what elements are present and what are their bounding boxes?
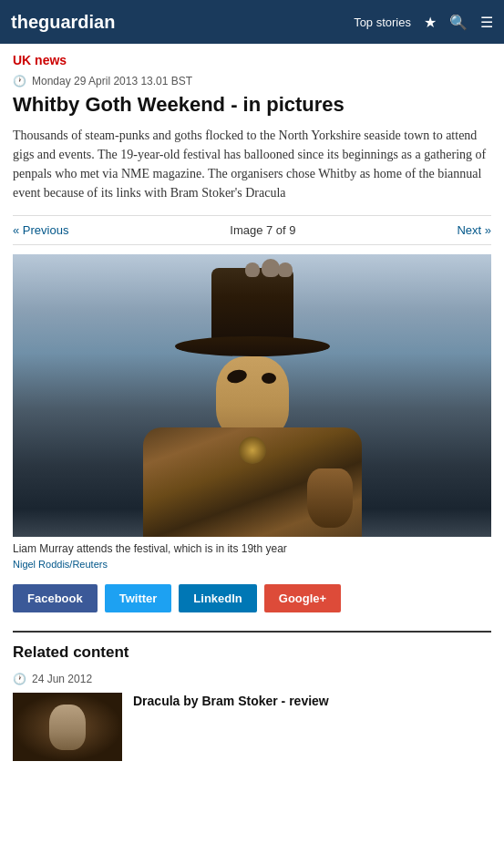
goth-figure <box>125 268 380 537</box>
star-icon[interactable]: ★ <box>424 14 437 31</box>
facebook-button[interactable]: Facebook <box>13 584 98 612</box>
twitter-button[interactable]: Twitter <box>105 584 172 612</box>
clock-icon: 🕐 <box>13 75 26 87</box>
image-navigation: « Previous Image 7 of 9 Next » <box>13 215 491 245</box>
face <box>216 356 289 438</box>
body-costume <box>143 427 362 537</box>
social-share: Facebook Twitter LinkedIn Google+ <box>13 584 491 612</box>
related-date: 24 Jun 2012 <box>32 673 92 685</box>
main-content: UK news 🕐 Monday 29 April 2013 13.01 BST… <box>0 44 504 770</box>
next-button[interactable]: Next » <box>457 223 491 237</box>
hat-top <box>211 268 293 341</box>
related-item[interactable]: Dracula by Bram Stoker - review <box>13 693 491 761</box>
menu-icon[interactable]: ☰ <box>480 14 493 31</box>
search-icon[interactable]: 🔍 <box>449 14 468 31</box>
header-nav: Top stories ★ 🔍 ☰ <box>354 14 493 31</box>
previous-button[interactable]: « Previous <box>13 223 68 237</box>
gallery-image <box>13 254 491 537</box>
related-section-title: Related content <box>13 643 491 662</box>
skull-decoration <box>278 262 293 277</box>
related-thumb-inner <box>13 693 122 761</box>
caption-text: Liam Murray attends the festival, which … <box>13 542 287 555</box>
logo-bold: guardian <box>38 12 115 32</box>
related-thumb-face <box>49 705 86 750</box>
googleplus-button[interactable]: Google+ <box>264 584 341 612</box>
image-counter: Image 7 of 9 <box>230 223 295 237</box>
related-thumbnail <box>13 693 122 761</box>
side-mask <box>307 468 353 528</box>
related-content: Related content 🕐 24 Jun 2012 Dracula by… <box>13 631 491 761</box>
article-title: Whitby Goth Weekend - in pictures <box>13 93 491 117</box>
related-clock-icon: 🕐 <box>13 673 26 685</box>
eye-right <box>262 373 276 384</box>
site-logo[interactable]: theguardian <box>11 12 115 33</box>
logo-regular: the <box>11 12 38 32</box>
hat-brim <box>175 336 330 356</box>
article-meta: 🕐 Monday 29 April 2013 13.01 BST <box>13 75 491 87</box>
skull-decoration <box>245 262 260 277</box>
eye-patch <box>225 368 248 386</box>
article-body: Thousands of steam-punks and goths flock… <box>13 126 491 202</box>
top-stories-link[interactable]: Top stories <box>354 15 411 29</box>
related-meta: 🕐 24 Jun 2012 <box>13 673 491 685</box>
image-caption: Liam Murray attends the festival, which … <box>13 542 491 555</box>
article-date: Monday 29 April 2013 13.01 BST <box>32 75 192 87</box>
image-credit: Nigel Roddis/Reuters <box>13 559 491 570</box>
related-article-title[interactable]: Dracula by Bram Stoker - review <box>133 693 329 709</box>
section-label[interactable]: UK news <box>13 53 491 67</box>
costume-ornament <box>239 437 266 464</box>
site-header: theguardian Top stories ★ 🔍 ☰ <box>0 0 504 44</box>
linkedin-button[interactable]: LinkedIn <box>179 584 256 612</box>
skull-decoration <box>262 259 280 277</box>
